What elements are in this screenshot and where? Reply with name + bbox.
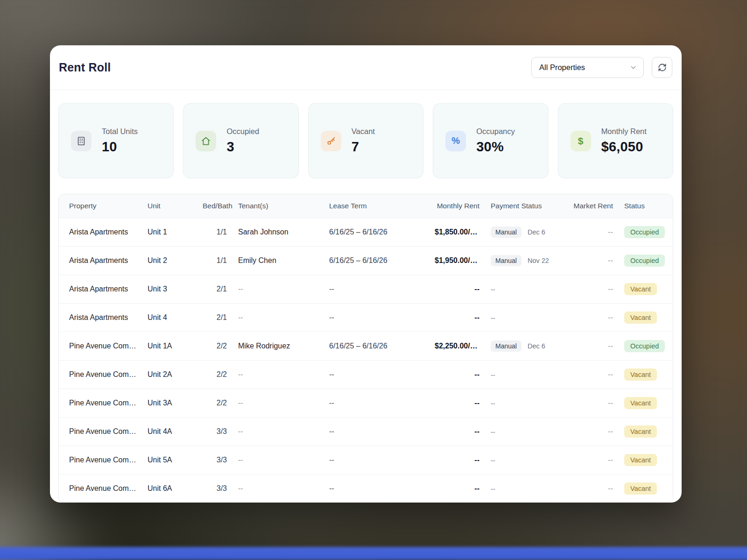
payment-date: -- — [491, 485, 495, 493]
table-row[interactable]: Arista Apartments Unit 1 1/1 Sarah Johns… — [59, 218, 673, 247]
status-cell: Occupied — [619, 332, 673, 361]
column-header-market-rent: Market Rent — [567, 194, 619, 218]
market-rent-cell: -- — [567, 446, 619, 475]
unit-cell: Unit 1 — [142, 218, 197, 247]
property-cell: Pine Avenue Com… — [59, 418, 142, 446]
payment-method-badge: Manual — [491, 340, 521, 352]
status-badge: Vacant — [624, 454, 657, 466]
monthly-rent-cell: -- — [429, 475, 485, 503]
status-badge: Vacant — [624, 369, 657, 381]
unit-cell: Unit 4 — [142, 304, 197, 332]
market-rent-cell: -- — [567, 218, 619, 247]
table-row[interactable]: Pine Avenue Com… Unit 4A 3/3 -- -- -- --… — [59, 418, 673, 446]
stat-value: 3 — [226, 139, 259, 155]
tenant-cell: Sarah Johnson — [233, 218, 324, 247]
monthly-rent-cell: -- — [429, 446, 485, 475]
table-row[interactable]: Arista Apartments Unit 2 1/1 Emily Chen … — [59, 247, 673, 275]
lease-term-cell: 6/16/25 – 6/16/26 — [324, 247, 429, 275]
payment-date: -- — [491, 428, 495, 436]
table-row[interactable]: Arista Apartments Unit 4 2/1 -- -- -- --… — [59, 304, 673, 332]
market-rent-cell: -- — [567, 247, 619, 275]
property-cell: Pine Avenue Com… — [59, 475, 142, 503]
column-header-unit: Unit — [142, 194, 197, 218]
status-cell: Occupied — [619, 218, 673, 247]
property-cell: Arista Apartments — [59, 218, 142, 247]
column-header-payment-status: Payment Status — [485, 194, 567, 218]
unit-cell: Unit 3 — [142, 275, 197, 304]
table-header-row: Property Unit Bed/Bath Tenant(s) Lease T… — [59, 194, 673, 218]
tenant-cell: -- — [233, 304, 324, 332]
column-header-bed-bath: Bed/Bath — [197, 194, 233, 218]
table-row[interactable]: Pine Avenue Com… Unit 3A 2/2 -- -- -- --… — [59, 389, 673, 418]
payment-status-cell: -- — [485, 446, 567, 475]
key-icon — [321, 131, 341, 151]
unit-cell: Unit 5A — [142, 446, 197, 475]
table-row[interactable]: Pine Avenue Com… Unit 5A 3/3 -- -- -- --… — [59, 446, 673, 475]
stat-card-occupied: Occupied 3 — [183, 103, 298, 178]
status-badge: Vacant — [624, 425, 657, 438]
monthly-rent-cell: $1,950.00/month — [429, 247, 485, 275]
payment-date: -- — [491, 314, 495, 322]
payment-method-badge: Manual — [491, 227, 521, 238]
payment-status-cell: ManualDec 6 — [485, 332, 567, 361]
monthly-rent-cell: -- — [429, 304, 485, 332]
table-row[interactable]: Arista Apartments Unit 3 2/1 -- -- -- --… — [59, 275, 673, 304]
bed-bath-cell: 2/2 — [197, 361, 233, 389]
market-rent-cell: -- — [567, 389, 619, 418]
market-rent-cell: -- — [567, 275, 619, 304]
property-cell: Arista Apartments — [59, 275, 142, 304]
refresh-icon — [658, 63, 667, 72]
status-cell: Vacant — [619, 361, 673, 389]
unit-cell: Unit 1A — [142, 332, 197, 361]
payment-date: -- — [491, 457, 495, 464]
monthly-rent-cell: -- — [429, 361, 485, 389]
payment-date: -- — [491, 371, 495, 379]
table-body: Arista Apartments Unit 1 1/1 Sarah Johns… — [59, 218, 673, 503]
table-row[interactable]: Pine Avenue Com… Unit 2A 2/2 -- -- -- --… — [59, 361, 673, 389]
bed-bath-cell: 3/3 — [197, 418, 233, 446]
refresh-button[interactable] — [652, 57, 672, 78]
lease-term-cell: 6/16/25 – 6/16/26 — [324, 332, 429, 361]
property-cell: Arista Apartments — [59, 304, 142, 332]
tenant-cell: -- — [233, 446, 324, 475]
bed-bath-cell: 2/1 — [197, 275, 233, 304]
stat-value: 30% — [476, 139, 515, 155]
monthly-rent-cell: -- — [429, 389, 485, 418]
lease-term-cell: -- — [324, 446, 429, 475]
stat-card-vacant: Vacant 7 — [308, 103, 423, 178]
tenant-cell: -- — [233, 418, 324, 446]
chevron-down-icon — [629, 64, 637, 71]
status-badge: Occupied — [624, 340, 665, 352]
status-badge: Vacant — [624, 397, 657, 409]
property-cell: Pine Avenue Com… — [59, 332, 142, 361]
lease-term-cell: -- — [324, 275, 429, 304]
stat-label: Vacant — [352, 127, 375, 136]
lease-term-cell: -- — [324, 361, 429, 389]
payment-status-cell: -- — [485, 389, 567, 418]
lease-term-cell: -- — [324, 389, 429, 418]
tenant-cell: Emily Chen — [233, 247, 324, 275]
property-cell: Pine Avenue Com… — [59, 389, 142, 418]
market-rent-cell: -- — [567, 475, 619, 503]
unit-cell: Unit 6A — [142, 475, 197, 503]
market-rent-cell: -- — [567, 418, 619, 446]
stats-row: Total Units 10 Occupied 3 — [50, 90, 682, 178]
status-cell: Vacant — [619, 446, 673, 475]
status-cell: Vacant — [619, 418, 673, 446]
status-cell: Vacant — [619, 389, 673, 418]
column-header-tenants: Tenant(s) — [233, 194, 324, 218]
table-row[interactable]: Pine Avenue Com… Unit 6A 3/3 -- -- -- --… — [59, 475, 673, 503]
lease-term-cell: -- — [324, 475, 429, 503]
tenant-cell: -- — [233, 389, 324, 418]
unit-cell: Unit 2 — [142, 247, 197, 275]
lease-term-cell: -- — [324, 304, 429, 332]
market-rent-cell: -- — [567, 361, 619, 389]
status-badge: Vacant — [624, 283, 657, 295]
payment-status-cell: -- — [485, 361, 567, 389]
table-row[interactable]: Pine Avenue Com… Unit 1A 2/2 Mike Rodrig… — [59, 332, 673, 361]
monthly-rent-cell: -- — [429, 275, 485, 304]
stat-label: Occupied — [226, 127, 259, 136]
status-badge: Vacant — [624, 482, 657, 495]
property-filter-dropdown[interactable]: All Properties — [531, 57, 644, 78]
background-bottom-strip — [0, 547, 747, 560]
